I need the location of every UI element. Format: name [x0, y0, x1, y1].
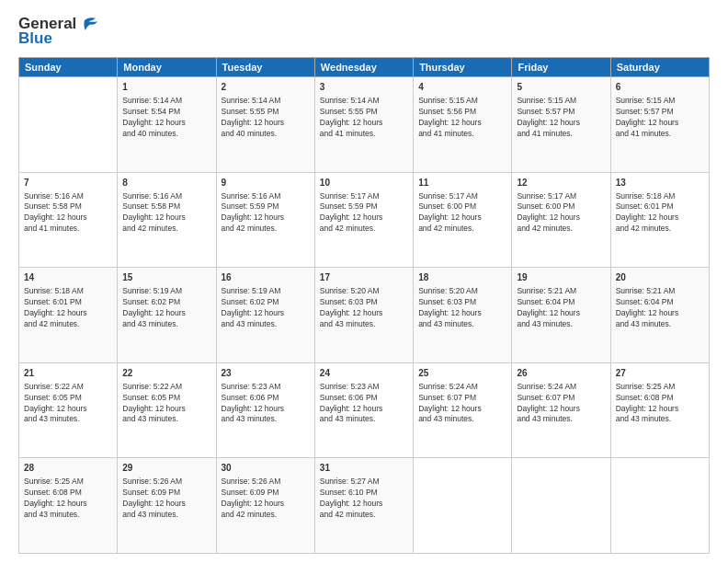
day-cell: 26Sunrise: 5:24 AMSunset: 6:07 PMDayligh… — [512, 362, 610, 458]
day-number: 25 — [418, 367, 506, 380]
header-saturday: Saturday — [610, 58, 709, 77]
calendar-header-row: SundayMondayTuesdayWednesdayThursdayFrid… — [19, 58, 710, 77]
day-cell: 15Sunrise: 5:19 AMSunset: 6:02 PMDayligh… — [118, 268, 216, 363]
day-number: 22 — [122, 367, 210, 380]
day-cell: 17Sunrise: 5:20 AMSunset: 6:03 PMDayligh… — [314, 268, 413, 363]
day-number: 28 — [24, 462, 112, 475]
day-number: 1 — [122, 81, 210, 94]
header: General Blue — [18, 15, 710, 48]
header-tuesday: Tuesday — [216, 58, 314, 77]
week-row-2: 7Sunrise: 5:16 AMSunset: 5:58 PMDaylight… — [19, 172, 710, 268]
day-number: 4 — [418, 81, 506, 94]
day-number: 30 — [222, 462, 310, 475]
day-number: 9 — [222, 177, 310, 190]
day-number: 15 — [122, 271, 210, 284]
day-cell: 4Sunrise: 5:15 AMSunset: 5:56 PMDaylight… — [414, 77, 512, 173]
day-number: 27 — [616, 367, 704, 380]
day-cell: 23Sunrise: 5:23 AMSunset: 6:06 PMDayligh… — [216, 362, 314, 458]
day-number: 12 — [517, 177, 605, 190]
day-cell: 22Sunrise: 5:22 AMSunset: 6:05 PMDayligh… — [118, 362, 216, 458]
header-wednesday: Wednesday — [314, 58, 413, 77]
day-cell: 20Sunrise: 5:21 AMSunset: 6:04 PMDayligh… — [610, 268, 709, 363]
day-cell: 5Sunrise: 5:15 AMSunset: 5:57 PMDaylight… — [512, 77, 610, 173]
day-number: 10 — [320, 177, 408, 190]
day-cell: 25Sunrise: 5:24 AMSunset: 6:07 PMDayligh… — [414, 362, 512, 458]
day-cell: 30Sunrise: 5:26 AMSunset: 6:09 PMDayligh… — [216, 458, 314, 554]
page: General Blue SundayMondayTuesdayWednesda… — [0, 0, 728, 563]
day-cell: 31Sunrise: 5:27 AMSunset: 6:10 PMDayligh… — [314, 458, 413, 554]
day-cell: 21Sunrise: 5:22 AMSunset: 6:05 PMDayligh… — [19, 362, 118, 458]
header-friday: Friday — [512, 58, 610, 77]
day-cell: 7Sunrise: 5:16 AMSunset: 5:58 PMDaylight… — [19, 172, 118, 268]
day-number: 6 — [616, 81, 704, 94]
day-number: 20 — [616, 271, 704, 284]
calendar-table: SundayMondayTuesdayWednesdayThursdayFrid… — [18, 57, 710, 554]
day-number: 14 — [24, 271, 112, 284]
logo-container: General Blue — [18, 15, 99, 48]
day-number: 3 — [320, 81, 408, 94]
week-row-4: 21Sunrise: 5:22 AMSunset: 6:05 PMDayligh… — [19, 362, 710, 458]
day-number: 21 — [24, 367, 112, 380]
day-number: 29 — [122, 462, 210, 475]
logo-icon — [79, 17, 99, 31]
header-thursday: Thursday — [414, 58, 512, 77]
day-cell: 29Sunrise: 5:26 AMSunset: 6:09 PMDayligh… — [118, 458, 216, 554]
day-number: 11 — [418, 177, 506, 190]
day-cell: 2Sunrise: 5:14 AMSunset: 5:55 PMDaylight… — [216, 77, 314, 173]
logo-blue: Blue — [18, 29, 52, 48]
day-number: 19 — [517, 271, 605, 284]
day-cell: 10Sunrise: 5:17 AMSunset: 5:59 PMDayligh… — [314, 172, 413, 268]
day-cell: 1Sunrise: 5:14 AMSunset: 5:54 PMDaylight… — [118, 77, 216, 173]
week-row-1: 1Sunrise: 5:14 AMSunset: 5:54 PMDaylight… — [19, 77, 710, 173]
day-cell: 6Sunrise: 5:15 AMSunset: 5:57 PMDaylight… — [610, 77, 709, 173]
day-number: 8 — [122, 177, 210, 190]
day-number: 26 — [517, 367, 605, 380]
day-number: 17 — [320, 271, 408, 284]
day-cell: 14Sunrise: 5:18 AMSunset: 6:01 PMDayligh… — [19, 268, 118, 363]
day-number: 7 — [24, 177, 112, 190]
day-cell — [512, 458, 610, 554]
day-cell: 19Sunrise: 5:21 AMSunset: 6:04 PMDayligh… — [512, 268, 610, 363]
day-cell: 28Sunrise: 5:25 AMSunset: 6:08 PMDayligh… — [19, 458, 118, 554]
day-number: 23 — [222, 367, 310, 380]
day-cell: 11Sunrise: 5:17 AMSunset: 6:00 PMDayligh… — [414, 172, 512, 268]
day-number: 18 — [418, 271, 506, 284]
day-number: 16 — [222, 271, 310, 284]
header-monday: Monday — [118, 58, 216, 77]
day-number: 24 — [320, 367, 408, 380]
day-cell — [414, 458, 512, 554]
day-cell: 3Sunrise: 5:14 AMSunset: 5:55 PMDaylight… — [314, 77, 413, 173]
day-number: 31 — [320, 462, 408, 475]
logo: General Blue — [18, 15, 99, 48]
day-number: 2 — [222, 81, 310, 94]
day-cell: 16Sunrise: 5:19 AMSunset: 6:02 PMDayligh… — [216, 268, 314, 363]
day-cell: 12Sunrise: 5:17 AMSunset: 6:00 PMDayligh… — [512, 172, 610, 268]
header-sunday: Sunday — [19, 58, 118, 77]
day-cell: 9Sunrise: 5:16 AMSunset: 5:59 PMDaylight… — [216, 172, 314, 268]
day-number: 13 — [616, 177, 704, 190]
day-cell: 24Sunrise: 5:23 AMSunset: 6:06 PMDayligh… — [314, 362, 413, 458]
day-cell: 18Sunrise: 5:20 AMSunset: 6:03 PMDayligh… — [414, 268, 512, 363]
day-cell: 27Sunrise: 5:25 AMSunset: 6:08 PMDayligh… — [610, 362, 709, 458]
day-number: 5 — [517, 81, 605, 94]
week-row-5: 28Sunrise: 5:25 AMSunset: 6:08 PMDayligh… — [19, 458, 710, 554]
day-cell: 13Sunrise: 5:18 AMSunset: 6:01 PMDayligh… — [610, 172, 709, 268]
day-cell — [610, 458, 709, 554]
day-cell: 8Sunrise: 5:16 AMSunset: 5:58 PMDaylight… — [118, 172, 216, 268]
week-row-3: 14Sunrise: 5:18 AMSunset: 6:01 PMDayligh… — [19, 268, 710, 363]
day-cell — [19, 77, 118, 173]
